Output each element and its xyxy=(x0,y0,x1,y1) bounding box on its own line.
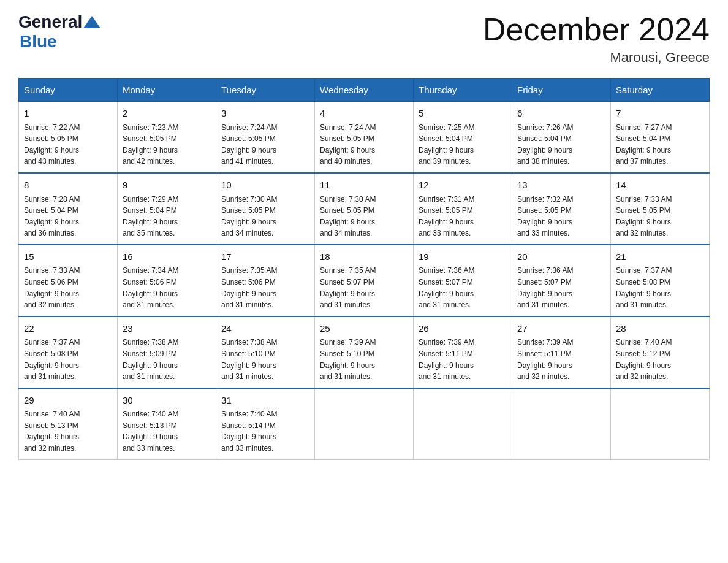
day-number: 10 xyxy=(221,178,309,193)
calendar-header-row: Sunday Monday Tuesday Wednesday Thursday… xyxy=(19,79,710,102)
day-number: 19 xyxy=(419,250,507,264)
calendar-cell: 16 Sunrise: 7:34 AM Sunset: 5:06 PM Dayl… xyxy=(118,245,216,316)
day-info: Sunrise: 7:40 AM Sunset: 5:12 PM Dayligh… xyxy=(616,337,704,382)
sunrise-label: Sunrise: 7:32 AM xyxy=(517,195,573,204)
day-info: Sunrise: 7:29 AM Sunset: 5:04 PM Dayligh… xyxy=(123,194,211,239)
sunrise-label: Sunrise: 7:24 AM xyxy=(221,123,277,132)
logo-general-text: General xyxy=(18,12,82,32)
daylight-label: Daylight: 9 hoursand 32 minutes. xyxy=(616,361,671,381)
calendar-cell: 1 Sunrise: 7:22 AM Sunset: 5:05 PM Dayli… xyxy=(19,102,118,173)
sunrise-label: Sunrise: 7:28 AM xyxy=(24,195,80,204)
day-info: Sunrise: 7:35 AM Sunset: 5:06 PM Dayligh… xyxy=(221,265,309,310)
sunset-label: Sunset: 5:12 PM xyxy=(616,350,670,358)
sunrise-label: Sunrise: 7:35 AM xyxy=(320,266,376,275)
col-sunday: Sunday xyxy=(19,79,118,102)
day-number: 5 xyxy=(419,107,507,121)
sunrise-label: Sunrise: 7:38 AM xyxy=(221,338,277,347)
sunrise-label: Sunrise: 7:39 AM xyxy=(320,338,376,347)
month-title: December 2024 xyxy=(483,12,710,47)
daylight-label: Daylight: 9 hoursand 34 minutes. xyxy=(221,218,276,238)
col-monday: Monday xyxy=(118,79,216,102)
calendar-cell: 14 Sunrise: 7:33 AM Sunset: 5:05 PM Dayl… xyxy=(611,173,710,245)
calendar-cell xyxy=(611,388,710,459)
calendar-cell: 12 Sunrise: 7:31 AM Sunset: 5:05 PM Dayl… xyxy=(414,173,512,245)
day-info: Sunrise: 7:23 AM Sunset: 5:05 PM Dayligh… xyxy=(123,122,211,167)
logo: General Blue xyxy=(18,12,100,52)
sunrise-label: Sunrise: 7:38 AM xyxy=(123,338,178,347)
day-info: Sunrise: 7:39 AM Sunset: 5:11 PM Dayligh… xyxy=(517,337,605,382)
sunset-label: Sunset: 5:05 PM xyxy=(221,134,276,143)
sunset-label: Sunset: 5:10 PM xyxy=(320,350,374,358)
daylight-label: Daylight: 9 hoursand 31 minutes. xyxy=(517,289,572,310)
day-number: 14 xyxy=(616,178,704,193)
sunset-label: Sunset: 5:04 PM xyxy=(419,134,473,143)
calendar-cell: 8 Sunrise: 7:28 AM Sunset: 5:04 PM Dayli… xyxy=(19,173,118,245)
sunrise-label: Sunrise: 7:30 AM xyxy=(320,195,376,204)
sunrise-label: Sunrise: 7:29 AM xyxy=(123,195,178,204)
day-info: Sunrise: 7:35 AM Sunset: 5:07 PM Dayligh… xyxy=(320,265,408,310)
day-info: Sunrise: 7:26 AM Sunset: 5:04 PM Dayligh… xyxy=(517,122,605,167)
daylight-label: Daylight: 9 hoursand 31 minutes. xyxy=(221,361,276,381)
sunset-label: Sunset: 5:05 PM xyxy=(419,206,473,215)
day-info: Sunrise: 7:36 AM Sunset: 5:07 PM Dayligh… xyxy=(517,265,605,310)
calendar-cell: 18 Sunrise: 7:35 AM Sunset: 5:07 PM Dayl… xyxy=(315,245,414,316)
sunset-label: Sunset: 5:04 PM xyxy=(123,206,177,215)
col-saturday: Saturday xyxy=(611,79,710,102)
sunrise-label: Sunrise: 7:36 AM xyxy=(517,266,573,275)
sunrise-label: Sunrise: 7:25 AM xyxy=(419,123,474,132)
sunset-label: Sunset: 5:09 PM xyxy=(123,350,177,358)
day-number: 7 xyxy=(616,107,704,121)
calendar-cell: 29 Sunrise: 7:40 AM Sunset: 5:13 PM Dayl… xyxy=(19,388,118,459)
day-number: 4 xyxy=(320,107,408,121)
day-info: Sunrise: 7:38 AM Sunset: 5:09 PM Dayligh… xyxy=(123,337,211,382)
day-number: 9 xyxy=(123,178,211,193)
calendar-cell: 6 Sunrise: 7:26 AM Sunset: 5:04 PM Dayli… xyxy=(512,102,611,173)
calendar-cell: 19 Sunrise: 7:36 AM Sunset: 5:07 PM Dayl… xyxy=(414,245,512,316)
sunset-label: Sunset: 5:05 PM xyxy=(320,206,374,215)
sunrise-label: Sunrise: 7:40 AM xyxy=(616,338,672,347)
day-number: 31 xyxy=(221,394,309,408)
daylight-label: Daylight: 9 hoursand 33 minutes. xyxy=(123,432,178,453)
svg-marker-0 xyxy=(83,16,100,28)
day-number: 24 xyxy=(221,322,309,336)
logo-blue-text: Blue xyxy=(20,32,57,52)
sunset-label: Sunset: 5:05 PM xyxy=(517,206,572,215)
daylight-label: Daylight: 9 hoursand 31 minutes. xyxy=(320,361,375,381)
daylight-label: Daylight: 9 hoursand 32 minutes. xyxy=(24,432,79,453)
day-info: Sunrise: 7:27 AM Sunset: 5:04 PM Dayligh… xyxy=(616,122,704,167)
day-info: Sunrise: 7:36 AM Sunset: 5:07 PM Dayligh… xyxy=(419,265,507,310)
day-number: 17 xyxy=(221,250,309,264)
sunset-label: Sunset: 5:08 PM xyxy=(616,278,670,286)
calendar-cell: 21 Sunrise: 7:37 AM Sunset: 5:08 PM Dayl… xyxy=(611,245,710,316)
sunrise-label: Sunrise: 7:22 AM xyxy=(24,123,80,132)
calendar-cell: 5 Sunrise: 7:25 AM Sunset: 5:04 PM Dayli… xyxy=(414,102,512,173)
calendar-cell: 26 Sunrise: 7:39 AM Sunset: 5:11 PM Dayl… xyxy=(414,316,512,388)
calendar-cell: 13 Sunrise: 7:32 AM Sunset: 5:05 PM Dayl… xyxy=(512,173,611,245)
day-info: Sunrise: 7:28 AM Sunset: 5:04 PM Dayligh… xyxy=(24,194,112,239)
col-tuesday: Tuesday xyxy=(216,79,315,102)
day-info: Sunrise: 7:33 AM Sunset: 5:06 PM Dayligh… xyxy=(24,265,112,310)
sunrise-label: Sunrise: 7:33 AM xyxy=(24,266,80,275)
day-number: 3 xyxy=(221,107,309,121)
calendar-cell: 3 Sunrise: 7:24 AM Sunset: 5:05 PM Dayli… xyxy=(216,102,315,173)
day-number: 23 xyxy=(123,322,211,336)
calendar-cell: 30 Sunrise: 7:40 AM Sunset: 5:13 PM Dayl… xyxy=(118,388,216,459)
calendar-cell: 10 Sunrise: 7:30 AM Sunset: 5:05 PM Dayl… xyxy=(216,173,315,245)
calendar-cell: 7 Sunrise: 7:27 AM Sunset: 5:04 PM Dayli… xyxy=(611,102,710,173)
calendar-cell: 15 Sunrise: 7:33 AM Sunset: 5:06 PM Dayl… xyxy=(19,245,118,316)
day-number: 15 xyxy=(24,250,112,264)
calendar-cell: 25 Sunrise: 7:39 AM Sunset: 5:10 PM Dayl… xyxy=(315,316,414,388)
day-number: 12 xyxy=(419,178,507,193)
day-number: 26 xyxy=(419,322,507,336)
sunrise-label: Sunrise: 7:34 AM xyxy=(123,266,178,275)
sunrise-label: Sunrise: 7:30 AM xyxy=(221,195,277,204)
col-thursday: Thursday xyxy=(414,79,512,102)
day-number: 29 xyxy=(24,394,112,408)
calendar-cell: 20 Sunrise: 7:36 AM Sunset: 5:07 PM Dayl… xyxy=(512,245,611,316)
sunrise-label: Sunrise: 7:40 AM xyxy=(221,410,277,418)
calendar-table: Sunday Monday Tuesday Wednesday Thursday… xyxy=(18,78,710,459)
day-number: 16 xyxy=(123,250,211,264)
day-number: 22 xyxy=(24,322,112,336)
sunrise-label: Sunrise: 7:39 AM xyxy=(419,338,474,347)
day-info: Sunrise: 7:30 AM Sunset: 5:05 PM Dayligh… xyxy=(320,194,408,239)
